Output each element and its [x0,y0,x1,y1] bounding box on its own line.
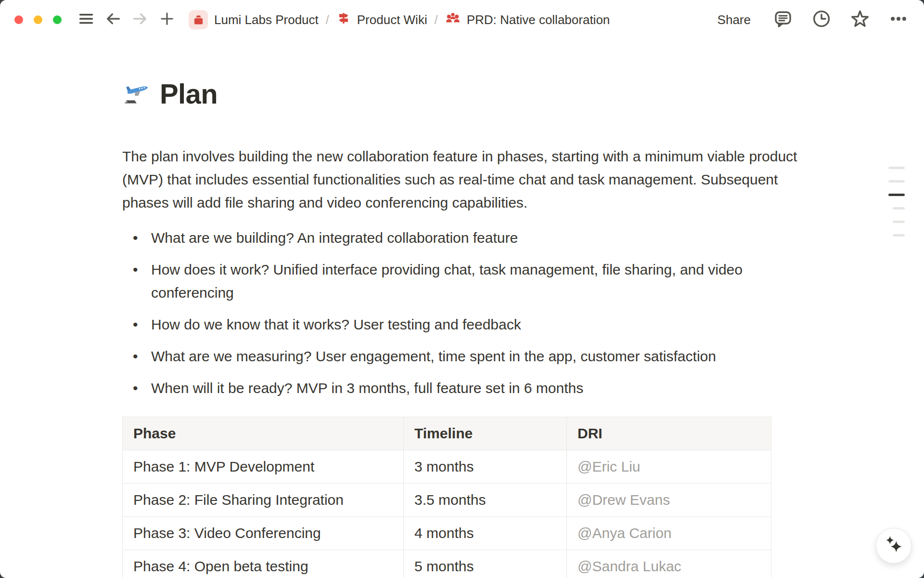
table-row: Phase 1: MVP Development3 months@Eric Li… [123,450,771,483]
table-column-header[interactable]: Timeline [404,417,567,450]
signpost-icon [336,11,351,29]
table-row: Phase 2: File Sharing Integration3.5 mon… [123,483,771,516]
outline-item[interactable] [893,234,905,236]
outline-indicator [888,167,905,236]
table-cell-dri[interactable]: @Drew Evans [567,483,771,516]
table-row: Phase 3: Video Conferencing4 months@Anya… [123,516,771,550]
breadcrumb-item-workspace[interactable]: Lumi Labs Product [186,8,321,31]
table-cell[interactable]: Phase 3: Video Conferencing [123,516,404,550]
favorite-button[interactable] [849,9,871,31]
table-cell[interactable]: 4 months [404,516,567,550]
intro-paragraph[interactable]: The plan involves building the new colla… [122,145,802,214]
table-cell[interactable]: 3 months [404,450,567,483]
history-button[interactable] [810,9,833,31]
toolbar: Lumi Labs Product / Product Wiki / PRD: … [0,0,924,39]
breadcrumb: Lumi Labs Product / Product Wiki / PRD: … [186,8,613,31]
close-window-button[interactable] [14,15,23,24]
back-button[interactable] [102,9,124,31]
traffic-lights [14,15,62,24]
outline-item[interactable] [888,194,905,196]
page-title[interactable]: Plan [160,78,218,110]
bullet-list: What are we building? An integrated coll… [122,222,802,404]
plus-icon [159,11,175,29]
ellipsis-icon [889,9,908,30]
outline-item[interactable] [893,221,905,223]
table-cell[interactable]: Phase 4: Open beta testing [123,550,404,578]
breadcrumb-item-page[interactable]: PRD: Native collaboration [442,9,613,31]
airplane-departure-icon[interactable] [122,78,151,109]
forward-button[interactable] [129,9,151,31]
minimize-window-button[interactable] [34,15,42,24]
outline-item[interactable] [888,180,905,183]
arrow-left-icon [104,10,122,29]
page-title-row: Plan [122,59,802,129]
breadcrumb-label: Product Wiki [357,13,427,27]
table-cell-dri[interactable]: @Sandra Lukac [567,550,771,578]
table-column-header[interactable]: DRI [567,417,771,450]
app-window: Lumi Labs Product / Product Wiki / PRD: … [0,0,924,578]
outline-item[interactable] [893,207,905,210]
hamburger-icon [77,10,95,29]
share-button[interactable]: Share [713,10,756,30]
comments-button[interactable] [772,9,794,31]
arrow-right-icon [131,10,149,29]
phase-table-body: Phase 1: MVP Development3 months@Eric Li… [123,450,771,578]
bullet-item[interactable]: When will it be ready? MVP in 3 months, … [122,372,802,404]
more-options-button[interactable] [887,9,910,31]
table-header-row: PhaseTimelineDRI [123,417,771,450]
phase-table: PhaseTimelineDRI Phase 1: MVP Developmen… [122,417,771,578]
breadcrumb-separator: / [435,13,438,27]
table-row: Phase 4: Open beta testing5 months@Sandr… [123,550,771,578]
clock-icon [812,9,831,30]
table-cell[interactable]: 5 months [404,550,567,578]
bullet-item[interactable]: How does it work? Unified interface prov… [122,254,802,309]
breadcrumb-label: PRD: Native collaboration [467,13,610,27]
comment-icon [773,9,793,30]
breadcrumb-item-wiki[interactable]: Product Wiki [334,9,430,31]
ai-assistant-button[interactable] [876,528,911,564]
sparkles-icon [883,534,905,558]
sidebar-menu-button[interactable] [75,9,97,31]
table-column-header[interactable]: Phase [123,417,404,450]
clipboard-icon [189,10,208,29]
table-cell[interactable]: 3.5 months [404,483,567,516]
breadcrumb-separator: / [326,13,329,27]
zoom-window-button[interactable] [53,15,62,24]
breadcrumb-label: Lumi Labs Product [214,13,319,27]
table-cell-dri[interactable]: @Anya Carion [567,516,771,550]
document-body: Plan The plan involves building the new … [122,59,802,578]
bullet-item[interactable]: How do we know that it works? User testi… [122,309,802,341]
star-icon [850,9,870,31]
bullet-item[interactable]: What are we building? An integrated coll… [122,222,802,254]
bullet-item[interactable]: What are we measuring? User engagement, … [122,341,802,372]
outline-item[interactable] [888,167,905,169]
people-group-icon [445,11,461,29]
table-cell[interactable]: Phase 1: MVP Development [123,450,404,483]
table-cell-dri[interactable]: @Eric Liu [567,450,771,483]
table-cell[interactable]: Phase 2: File Sharing Integration [123,483,404,516]
new-page-button[interactable] [156,9,178,31]
phase-table-header: PhaseTimelineDRI [123,417,771,450]
